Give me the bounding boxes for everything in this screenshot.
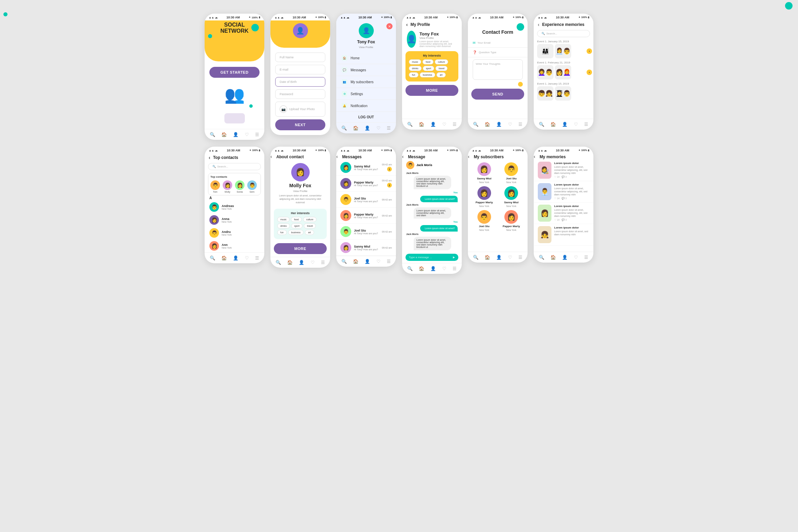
email-field-5[interactable]: ✉ Your Email — [468, 38, 528, 48]
nav-profile-12[interactable]: 👤 — [562, 255, 567, 260]
nav-menu-5[interactable]: ☰ — [518, 122, 522, 127]
subscriber-6[interactable]: 👩 Papper Marty New York — [499, 210, 524, 231]
close-button[interactable]: ✕ — [386, 23, 393, 29]
nav-menu-8[interactable]: ☰ — [321, 260, 325, 265]
back-arrow-12[interactable]: ‹ — [534, 154, 535, 159]
nav-heart-8[interactable]: ♡ — [311, 260, 315, 265]
msg-item-5[interactable]: 👨 Joel Stu Hi Tony! How are you? 09:42 a… — [336, 224, 396, 240]
nav-menu-11[interactable]: ☰ — [518, 255, 522, 260]
nav-home-10[interactable]: 🏠 — [419, 266, 424, 271]
send-button[interactable]: SEND — [471, 89, 524, 100]
password-input[interactable]: Password — [275, 89, 325, 99]
nav-heart-7[interactable]: ♡ — [245, 255, 249, 261]
chat-input-bar[interactable]: Type a message ... ▶ — [405, 254, 458, 261]
contact-andru[interactable]: 👨 Andru New York — [205, 226, 264, 239]
nav-heart-6[interactable]: ♡ — [574, 122, 578, 127]
nav-search-9[interactable]: 🔍 — [341, 259, 347, 264]
nav-profile-5[interactable]: 👤 — [496, 122, 502, 127]
nav-heart-10[interactable]: ♡ — [442, 266, 446, 271]
subscriber-2[interactable]: 👨 Joel Stu New York — [499, 162, 524, 183]
nav-heart-5[interactable]: ♡ — [508, 122, 512, 127]
menu-subscribers[interactable]: 👥 My subscribers — [336, 76, 396, 88]
menu-messages[interactable]: 💬 Messages — [336, 64, 396, 76]
nav-home-3[interactable]: 🏠 — [353, 125, 358, 131]
subscriber-5[interactable]: 👨 Joel Stu New York — [472, 210, 497, 231]
subscriber-1[interactable]: 👩 Sanny Miul New York — [472, 162, 497, 183]
menu-settings[interactable]: ⚙ Settings — [336, 88, 396, 100]
nav-search-8[interactable]: 🔍 — [276, 260, 281, 265]
subscriber-4[interactable]: 👩 Sanny Miul New York — [499, 186, 524, 207]
nav-home-4[interactable]: 🏠 — [419, 122, 424, 127]
arrow-btn-2[interactable]: › — [587, 70, 592, 75]
menu-notification[interactable]: 🔔 Notification — [336, 100, 396, 112]
full-name-input[interactable]: Full Name — [275, 53, 325, 62]
arrow-btn-1[interactable]: › — [587, 48, 592, 54]
nav-menu-10[interactable]: ☰ — [453, 266, 457, 271]
nav-heart-3[interactable]: ♡ — [376, 125, 381, 131]
question-field-5[interactable]: ❓ Question Type — [468, 48, 528, 57]
nav-search-3[interactable]: 🔍 — [341, 125, 347, 131]
nav-search-4[interactable]: 🔍 — [407, 122, 413, 127]
nav-profile-3[interactable]: 👤 — [365, 125, 370, 131]
nav-profile-10[interactable]: 👤 — [430, 266, 436, 271]
menu-home[interactable]: 🏠 Home — [336, 52, 396, 64]
thoughts-textarea-5[interactable]: Write Your Thoughts — [473, 59, 523, 80]
contact-ann[interactable]: 👩 Ann New York — [205, 239, 264, 252]
nav-profile-8[interactable]: 👤 — [299, 260, 304, 265]
upload-photo-field[interactable]: 📷 Upload Your Photo — [275, 102, 325, 117]
contact-andreas[interactable]: 👨 Andreas New York — [205, 201, 264, 213]
nav-search-5[interactable]: 🔍 — [473, 122, 478, 127]
memory-item-4[interactable]: 👧 Lorem ipsum dolor Lorem ipsum dolor si… — [534, 224, 593, 246]
back-arrow-10[interactable]: ‹ — [402, 154, 404, 159]
nav-home-12[interactable]: 🏠 — [550, 255, 556, 260]
nav-menu-icon[interactable]: ☰ — [255, 132, 259, 137]
nav-home-8[interactable]: 🏠 — [287, 260, 293, 265]
next-button[interactable]: NEXT — [275, 119, 325, 130]
nav-heart-4[interactable]: ♡ — [442, 122, 446, 127]
nav-heart-11[interactable]: ♡ — [508, 255, 512, 260]
nav-menu-9[interactable]: ☰ — [387, 259, 391, 264]
back-arrow-11[interactable]: ‹ — [468, 154, 470, 159]
email-input[interactable]: E-mail — [275, 65, 325, 74]
nav-home-11[interactable]: 🏠 — [485, 255, 490, 260]
nav-search-icon[interactable]: 🔍 — [210, 132, 215, 137]
dob-input[interactable]: Date of Birth — [275, 77, 325, 87]
back-arrow-8[interactable]: ‹ — [270, 154, 272, 159]
msg-item-3[interactable]: 👨 Joel Stu Hi Tony! How are you? 09:42 a… — [336, 192, 396, 208]
nav-search-11[interactable]: 🔍 — [473, 255, 478, 260]
msg-item-1[interactable]: 👩 Sanny Miul Hi Tony! How are you? 09:42… — [336, 160, 396, 176]
back-arrow-7[interactable]: ‹ — [209, 155, 210, 160]
nav-heart-12[interactable]: ♡ — [574, 255, 578, 260]
nav-menu-6[interactable]: ☰ — [584, 122, 588, 127]
nav-search-7[interactable]: 🔍 — [210, 255, 215, 261]
nav-heart-9[interactable]: ♡ — [376, 259, 381, 264]
nav-profile-6[interactable]: 👤 — [562, 122, 567, 127]
nav-profile-11[interactable]: 👤 — [496, 255, 502, 260]
nav-menu-7[interactable]: ☰ — [255, 255, 259, 261]
nav-profile-icon[interactable]: 👤 — [233, 132, 238, 137]
back-arrow-6[interactable]: ‹ — [538, 22, 540, 27]
nav-menu-4[interactable]: ☰ — [453, 122, 457, 127]
nav-search-12[interactable]: 🔍 — [539, 255, 544, 260]
more-button-4[interactable]: MORE — [405, 85, 458, 96]
more-button-8[interactable]: MORE — [274, 243, 327, 254]
nav-home-5[interactable]: 🏠 — [485, 122, 490, 127]
msg-item-4[interactable]: 👩 Papper Marty Hi Tony! How are you? 09:… — [336, 208, 396, 224]
send-icon[interactable]: ▶ — [453, 256, 455, 259]
memory-item-1[interactable]: 👩‍🎨 Lorem ipsum dolor Lorem ipsum dolor … — [534, 160, 593, 181]
memory-item-2[interactable]: 👨‍💼 Lorem ipsum dolor Lorem ipsum dolor … — [534, 181, 593, 203]
back-arrow-4[interactable]: ‹ — [406, 22, 408, 27]
nav-search-6[interactable]: 🔍 — [539, 122, 544, 127]
contact-anna[interactable]: 👩 Anna New York — [205, 213, 264, 226]
nav-home-9[interactable]: 🏠 — [353, 259, 358, 264]
nav-home-icon[interactable]: 🏠 — [221, 132, 227, 137]
get-started-button[interactable]: GET STARTED — [209, 67, 260, 78]
back-arrow-9[interactable]: ‹ — [336, 154, 338, 159]
search-bar-7[interactable]: 🔍 Search... — [208, 163, 261, 170]
nav-profile-7[interactable]: 👤 — [233, 255, 238, 261]
nav-heart-icon[interactable]: ♡ — [245, 132, 249, 137]
nav-home-6[interactable]: 🏠 — [550, 122, 556, 127]
nav-menu-3[interactable]: ☰ — [387, 125, 391, 131]
subscriber-3[interactable]: 👩 Papper Marty New York — [472, 186, 497, 207]
msg-item-2[interactable]: 👩 Papper Marty Hi Tony! How are you? 09:… — [336, 176, 396, 192]
